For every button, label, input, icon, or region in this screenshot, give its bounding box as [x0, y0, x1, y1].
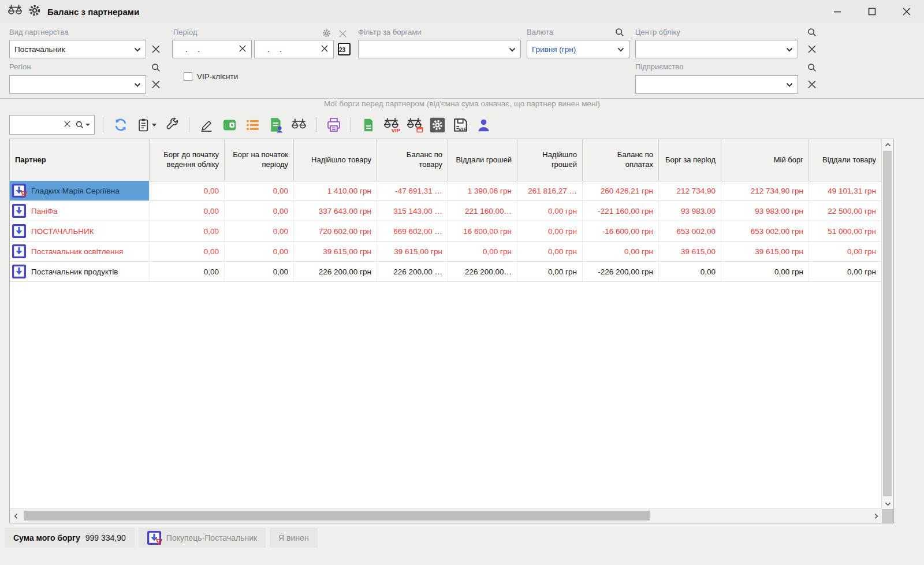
- currency-search-icon[interactable]: [613, 26, 626, 39]
- cell: 0,00 грн: [517, 241, 583, 261]
- cell: 1 390,06 грн: [448, 181, 517, 200]
- minimize-button[interactable]: [820, 0, 855, 23]
- cell: 39 615,00 грн: [721, 241, 809, 261]
- column-header[interactable]: Баланс по товару: [377, 139, 448, 181]
- clipboard-menu-icon[interactable]: [135, 116, 158, 134]
- chevron-down-icon: [786, 45, 793, 54]
- region-select[interactable]: [9, 75, 146, 94]
- scales-vip-icon[interactable]: VIP: [382, 116, 400, 134]
- app-window: Баланс з партнерами Вид партнерства Пост…: [0, 0, 924, 565]
- accounting-center-search-icon[interactable]: [806, 26, 818, 39]
- vip-clients-checkbox[interactable]: [184, 72, 192, 81]
- wallet-icon[interactable]: [221, 116, 239, 134]
- partnership-type-label: Вид партнерства: [9, 28, 68, 36]
- refresh-icon[interactable]: [111, 116, 129, 134]
- scroll-down-icon[interactable]: [882, 499, 893, 509]
- save-vip-icon[interactable]: VIP: [452, 116, 470, 134]
- region-search-icon[interactable]: [150, 61, 162, 74]
- period-to-clear-icon[interactable]: [321, 44, 329, 54]
- partner-type-text: Покупець-Постачальник: [166, 533, 257, 542]
- enterprise-select[interactable]: [635, 75, 798, 94]
- cell: 0,00: [225, 181, 294, 200]
- column-header[interactable]: Мій борг: [721, 139, 809, 181]
- accounting-center-select[interactable]: [635, 40, 798, 58]
- horizontal-scrollbar-thumb[interactable]: [24, 511, 650, 521]
- cart-icon: [20, 190, 28, 199]
- period-clear-icon[interactable]: [336, 27, 349, 40]
- document-person-icon[interactable]: [267, 116, 285, 134]
- close-button[interactable]: [889, 0, 924, 23]
- period-to-field[interactable]: . .: [254, 40, 334, 58]
- search-icon[interactable]: [75, 120, 90, 129]
- cell: 337 643,00 грн: [294, 201, 377, 221]
- person-icon[interactable]: [475, 116, 493, 134]
- list-icon[interactable]: [244, 116, 262, 134]
- scales-icon[interactable]: [290, 116, 308, 134]
- period-from-clear-icon[interactable]: [239, 44, 247, 54]
- partnership-type-clear-icon[interactable]: [150, 43, 162, 55]
- cell: 49 101,31 грн: [809, 181, 882, 200]
- wrench-icon[interactable]: [163, 116, 181, 134]
- column-header[interactable]: Надійшло товару: [294, 139, 377, 181]
- table-row[interactable]: Постачальник продуктів 0,00 0,00 226 200…: [10, 262, 882, 282]
- cell: 0,00: [150, 201, 225, 221]
- scales-calendar-icon[interactable]: [405, 116, 423, 134]
- table-header-row: Партнер Борг до початку ведення обліку Б…: [10, 139, 882, 181]
- period-settings-gear-icon[interactable]: [320, 27, 333, 39]
- table-row[interactable]: Постачальник освітлення 0,00 0,00 39 615…: [10, 241, 882, 262]
- currency-select[interactable]: Гривня (грн): [527, 40, 629, 58]
- column-header[interactable]: Віддали грошей: [448, 139, 517, 181]
- enterprise-search-icon[interactable]: [806, 61, 818, 74]
- status-bar: Сума мого боргу 999 334,90 Покупець-Пост…: [0, 527, 924, 549]
- cell: 0,00 грн: [517, 221, 583, 241]
- search-clear-icon[interactable]: [64, 120, 71, 130]
- debt-direction-text: Я винен: [278, 533, 309, 542]
- column-header-partner[interactable]: Партнер: [10, 139, 150, 181]
- cell: 226 200,00 грн: [294, 262, 377, 281]
- scroll-left-icon[interactable]: [10, 509, 21, 523]
- scroll-right-icon[interactable]: [870, 509, 882, 523]
- cell: 212 734,90 грн: [721, 181, 809, 200]
- enterprise-clear-icon[interactable]: [806, 78, 818, 91]
- currency-label: Валюта: [527, 28, 553, 36]
- debt-filter-select[interactable]: [358, 40, 521, 58]
- report-document-icon[interactable]: [359, 116, 377, 134]
- cell: 16 600,00 грн: [448, 221, 517, 241]
- region-clear-icon[interactable]: [150, 78, 162, 91]
- calendar-icon[interactable]: 23: [338, 43, 351, 55]
- quick-search-input[interactable]: [14, 120, 64, 130]
- table-row[interactable]: ПОСТАЧАЛЬНИК 0,00 0,00 720 602,00 грн 66…: [10, 221, 882, 241]
- period-from-field[interactable]: . .: [172, 40, 252, 58]
- title-bar: Баланс з партнерами: [0, 0, 924, 23]
- cell: 0,00 грн: [448, 241, 517, 261]
- partner-name: Гладких Марія Сергіївна: [31, 187, 120, 195]
- cell: 226 200,00…: [448, 262, 517, 281]
- maximize-button[interactable]: [855, 0, 889, 23]
- column-header[interactable]: Віддали товару: [809, 139, 882, 181]
- partnership-type-select[interactable]: Постачальник: [9, 40, 146, 58]
- cell: 0,00 грн: [809, 241, 882, 261]
- cell: 0,00 грн: [517, 262, 583, 281]
- vertical-scrollbar-thumb[interactable]: [883, 151, 892, 496]
- column-header[interactable]: Борг за період: [659, 139, 721, 181]
- print-icon[interactable]: [325, 116, 342, 134]
- cell: 93 983,00: [659, 201, 721, 221]
- table-row[interactable]: Гладких Марія Сергіївна 0,00 0,00 1 410,…: [10, 181, 882, 201]
- cell: 0,00 грн: [517, 201, 583, 221]
- accounting-center-clear-icon[interactable]: [806, 43, 818, 55]
- column-header[interactable]: Борг до початку ведення обліку: [150, 139, 225, 181]
- table-row[interactable]: ПаніФа 0,00 0,00 337 643,00 грн 315 143,…: [10, 201, 882, 221]
- cell: 0,00: [225, 262, 294, 281]
- column-header[interactable]: Надійшло грошей: [517, 139, 583, 181]
- cell: 653 002,00: [659, 221, 721, 241]
- scroll-up-icon[interactable]: [882, 139, 893, 150]
- quick-search-box[interactable]: [9, 115, 95, 135]
- partner-name: Постачальник освітлення: [31, 247, 123, 256]
- edit-pencil-icon[interactable]: [198, 116, 215, 134]
- settings-gear-icon[interactable]: [429, 116, 446, 134]
- horizontal-scrollbar: [10, 508, 882, 523]
- cell: -221 160,00 грн: [583, 201, 659, 221]
- column-header[interactable]: Борг на початок періоду: [225, 139, 294, 181]
- cell: 39 615,00 грн: [294, 241, 377, 261]
- column-header[interactable]: Баланс по оплатах: [583, 139, 659, 181]
